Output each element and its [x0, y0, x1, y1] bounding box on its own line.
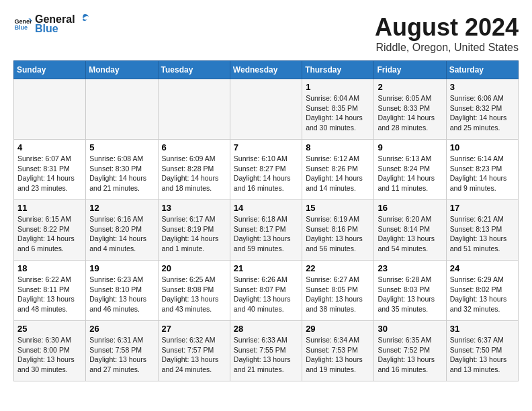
day-info: Sunrise: 6:27 AM Sunset: 8:05 PM Dayligh… [306, 275, 370, 314]
header-wednesday: Wednesday [230, 61, 302, 79]
calendar-table: SundayMondayTuesdayWednesdayThursdayFrid… [13, 60, 519, 381]
day-number: 19 [89, 263, 154, 273]
calendar-cell: 12Sunrise: 6:16 AM Sunset: 8:20 PM Dayli… [86, 200, 158, 261]
day-info: Sunrise: 6:32 AM Sunset: 7:57 PM Dayligh… [162, 335, 226, 375]
day-number: 25 [17, 324, 82, 334]
calendar-cell: 22Sunrise: 6:27 AM Sunset: 8:05 PM Dayli… [302, 261, 374, 321]
day-number: 18 [17, 263, 82, 273]
calendar-week-0: 1Sunrise: 6:04 AM Sunset: 8:35 PM Daylig… [14, 79, 519, 140]
day-number: 13 [162, 203, 226, 213]
calendar-cell: 4Sunrise: 6:07 AM Sunset: 8:31 PM Daylig… [14, 140, 86, 200]
day-info: Sunrise: 6:33 AM Sunset: 7:55 PM Dayligh… [234, 335, 298, 375]
title-block: August 2024 Riddle, Oregon, United State… [375, 13, 519, 54]
calendar-header-row: SundayMondayTuesdayWednesdayThursdayFrid… [14, 61, 519, 79]
day-info: Sunrise: 6:06 AM Sunset: 8:32 PM Dayligh… [450, 93, 515, 133]
day-info: Sunrise: 6:37 AM Sunset: 7:50 PM Dayligh… [450, 335, 515, 375]
header-monday: Monday [86, 61, 158, 79]
calendar-cell: 24Sunrise: 6:29 AM Sunset: 8:02 PM Dayli… [446, 261, 518, 321]
calendar-cell: 5Sunrise: 6:08 AM Sunset: 8:30 PM Daylig… [86, 140, 158, 200]
day-info: Sunrise: 6:19 AM Sunset: 8:16 PM Dayligh… [306, 214, 370, 254]
calendar-week-3: 18Sunrise: 6:22 AM Sunset: 8:11 PM Dayli… [14, 261, 519, 321]
calendar-week-2: 11Sunrise: 6:15 AM Sunset: 8:22 PM Dayli… [14, 200, 519, 261]
day-info: Sunrise: 6:25 AM Sunset: 8:08 PM Dayligh… [162, 275, 226, 314]
day-number: 24 [450, 263, 515, 273]
day-number: 5 [89, 142, 154, 152]
logo: General Blue General Blue [13, 13, 89, 35]
day-info: Sunrise: 6:08 AM Sunset: 8:30 PM Dayligh… [89, 154, 154, 193]
day-info: Sunrise: 6:35 AM Sunset: 7:52 PM Dayligh… [378, 335, 442, 375]
calendar-week-4: 25Sunrise: 6:30 AM Sunset: 8:00 PM Dayli… [14, 321, 519, 381]
day-info: Sunrise: 6:14 AM Sunset: 8:23 PM Dayligh… [450, 154, 515, 193]
day-number: 12 [89, 203, 154, 213]
day-number: 23 [378, 263, 442, 273]
page-subtitle: Riddle, Oregon, United States [375, 42, 519, 54]
day-info: Sunrise: 6:22 AM Sunset: 8:11 PM Dayligh… [17, 275, 82, 314]
day-number: 22 [306, 263, 370, 273]
calendar-cell: 16Sunrise: 6:20 AM Sunset: 8:14 PM Dayli… [374, 200, 446, 261]
calendar-cell [86, 79, 158, 140]
day-number: 17 [450, 203, 515, 213]
day-info: Sunrise: 6:29 AM Sunset: 8:02 PM Dayligh… [450, 275, 515, 314]
header-saturday: Saturday [446, 61, 518, 79]
header-tuesday: Tuesday [158, 61, 230, 79]
calendar-cell: 13Sunrise: 6:17 AM Sunset: 8:19 PM Dayli… [158, 200, 230, 261]
calendar-cell: 29Sunrise: 6:34 AM Sunset: 7:53 PM Dayli… [302, 321, 374, 381]
calendar-cell: 10Sunrise: 6:14 AM Sunset: 8:23 PM Dayli… [446, 140, 518, 200]
logo-bird-icon [77, 13, 89, 23]
calendar-cell: 6Sunrise: 6:09 AM Sunset: 8:28 PM Daylig… [158, 140, 230, 200]
calendar-cell: 18Sunrise: 6:22 AM Sunset: 8:11 PM Dayli… [14, 261, 86, 321]
day-info: Sunrise: 6:34 AM Sunset: 7:53 PM Dayligh… [306, 335, 370, 375]
calendar-cell: 2Sunrise: 6:05 AM Sunset: 8:33 PM Daylig… [374, 79, 446, 140]
calendar-cell: 9Sunrise: 6:13 AM Sunset: 8:24 PM Daylig… [374, 140, 446, 200]
calendar-cell: 15Sunrise: 6:19 AM Sunset: 8:16 PM Dayli… [302, 200, 374, 261]
calendar-cell: 30Sunrise: 6:35 AM Sunset: 7:52 PM Dayli… [374, 321, 446, 381]
day-number: 15 [306, 203, 370, 213]
day-number: 2 [378, 82, 442, 92]
page-header: General Blue General Blue August 2024 Ri… [13, 13, 519, 54]
day-number: 3 [450, 82, 515, 92]
day-info: Sunrise: 6:07 AM Sunset: 8:31 PM Dayligh… [17, 154, 82, 193]
calendar-cell [158, 79, 230, 140]
svg-text:Blue: Blue [14, 24, 28, 31]
day-number: 29 [306, 324, 370, 334]
calendar-cell: 14Sunrise: 6:18 AM Sunset: 8:17 PM Dayli… [230, 200, 302, 261]
calendar-cell: 23Sunrise: 6:28 AM Sunset: 8:03 PM Dayli… [374, 261, 446, 321]
header-friday: Friday [374, 61, 446, 79]
day-info: Sunrise: 6:18 AM Sunset: 8:17 PM Dayligh… [234, 214, 298, 254]
day-number: 21 [234, 263, 298, 273]
day-number: 9 [378, 142, 442, 152]
day-info: Sunrise: 6:13 AM Sunset: 8:24 PM Dayligh… [378, 154, 442, 193]
calendar-cell: 1Sunrise: 6:04 AM Sunset: 8:35 PM Daylig… [302, 79, 374, 140]
day-number: 28 [234, 324, 298, 334]
header-sunday: Sunday [14, 61, 86, 79]
day-info: Sunrise: 6:04 AM Sunset: 8:35 PM Dayligh… [306, 93, 370, 133]
calendar-cell [14, 79, 86, 140]
calendar-cell: 31Sunrise: 6:37 AM Sunset: 7:50 PM Dayli… [446, 321, 518, 381]
day-info: Sunrise: 6:09 AM Sunset: 8:28 PM Dayligh… [162, 154, 226, 193]
calendar-cell: 19Sunrise: 6:23 AM Sunset: 8:10 PM Dayli… [86, 261, 158, 321]
day-info: Sunrise: 6:26 AM Sunset: 8:07 PM Dayligh… [234, 275, 298, 314]
calendar-cell: 20Sunrise: 6:25 AM Sunset: 8:08 PM Dayli… [158, 261, 230, 321]
day-info: Sunrise: 6:10 AM Sunset: 8:27 PM Dayligh… [234, 154, 298, 193]
logo-icon: General Blue [13, 15, 32, 34]
day-info: Sunrise: 6:21 AM Sunset: 8:13 PM Dayligh… [450, 214, 515, 254]
day-number: 30 [378, 324, 442, 334]
day-info: Sunrise: 6:16 AM Sunset: 8:20 PM Dayligh… [89, 214, 154, 254]
calendar-week-1: 4Sunrise: 6:07 AM Sunset: 8:31 PM Daylig… [14, 140, 519, 200]
day-number: 20 [162, 263, 226, 273]
day-number: 7 [234, 142, 298, 152]
day-info: Sunrise: 6:15 AM Sunset: 8:22 PM Dayligh… [17, 214, 82, 254]
calendar-cell: 11Sunrise: 6:15 AM Sunset: 8:22 PM Dayli… [14, 200, 86, 261]
day-number: 26 [89, 324, 154, 334]
day-info: Sunrise: 6:20 AM Sunset: 8:14 PM Dayligh… [378, 214, 442, 254]
page-title: August 2024 [375, 13, 519, 42]
day-number: 10 [450, 142, 515, 152]
calendar-cell: 17Sunrise: 6:21 AM Sunset: 8:13 PM Dayli… [446, 200, 518, 261]
day-info: Sunrise: 6:23 AM Sunset: 8:10 PM Dayligh… [89, 275, 154, 314]
header-thursday: Thursday [302, 61, 374, 79]
day-info: Sunrise: 6:12 AM Sunset: 8:26 PM Dayligh… [306, 154, 370, 193]
day-info: Sunrise: 6:31 AM Sunset: 7:58 PM Dayligh… [89, 335, 154, 375]
day-number: 6 [162, 142, 226, 152]
calendar-cell: 28Sunrise: 6:33 AM Sunset: 7:55 PM Dayli… [230, 321, 302, 381]
calendar-cell: 3Sunrise: 6:06 AM Sunset: 8:32 PM Daylig… [446, 79, 518, 140]
